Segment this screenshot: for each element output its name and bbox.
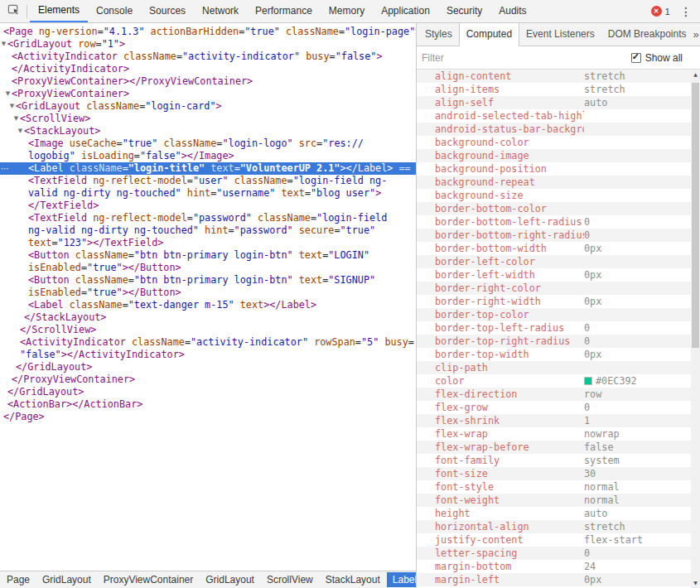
computed-row[interactable]: background-image bbox=[417, 149, 691, 162]
computed-row[interactable]: font-size30 bbox=[417, 467, 691, 480]
color-swatch[interactable] bbox=[584, 377, 592, 385]
tree-line[interactable]: <Label className="text-danger m-15" text… bbox=[0, 299, 416, 311]
error-count[interactable]: 1 bbox=[665, 7, 670, 17]
tree-line[interactable]: </StackLayout> bbox=[0, 311, 416, 324]
tab-computed[interactable]: Computed bbox=[459, 23, 519, 46]
tree-line[interactable]: </TextField> bbox=[0, 200, 416, 212]
tree-line[interactable]: isEnabled="true"></Button> bbox=[0, 287, 416, 299]
tab-network[interactable]: Network bbox=[194, 0, 247, 22]
computed-row[interactable]: clip-path bbox=[417, 361, 691, 374]
computed-row[interactable]: flex-wrapnowrap bbox=[417, 427, 691, 441]
computed-row[interactable]: font-stylenormal bbox=[417, 480, 691, 494]
computed-row[interactable]: android-status-bar-backgroun… bbox=[417, 123, 691, 136]
tree-line[interactable]: <TextField ng-reflect-model="password" c… bbox=[0, 212, 416, 224]
tree-line[interactable]: <Image useCache="true" className="login-… bbox=[0, 137, 416, 150]
computed-row[interactable]: border-bottom-left-radius0 bbox=[417, 215, 691, 229]
computed-row[interactable]: align-selfauto bbox=[417, 96, 691, 109]
tab-audits[interactable]: Audits bbox=[490, 0, 534, 22]
tab-event-listeners[interactable]: Event Listeners bbox=[519, 23, 601, 46]
tree-line[interactable]: ▼<ProxyViewContainer> bbox=[0, 88, 416, 100]
tree-line[interactable]: <ProxyViewContainer></ProxyViewContainer… bbox=[0, 75, 416, 88]
computed-row[interactable]: border-right-color bbox=[417, 282, 691, 295]
computed-row[interactable]: background-position bbox=[417, 162, 691, 176]
computed-row[interactable]: border-top-width0px bbox=[417, 348, 691, 361]
tree-line[interactable]: <Button className="btn btn-primary login… bbox=[0, 274, 416, 287]
tab-sources[interactable]: Sources bbox=[141, 0, 194, 22]
tree-line[interactable]: </ActivityIndicator> bbox=[0, 63, 416, 75]
more-tabs-icon[interactable]: » bbox=[693, 23, 700, 46]
computed-row[interactable]: border-right-width0px bbox=[417, 295, 691, 308]
computed-row[interactable]: border-top-left-radius0 bbox=[417, 321, 691, 335]
tree-line[interactable]: valid ng-dirty ng-touched" hint="usernam… bbox=[0, 187, 416, 200]
expand-arrow-icon[interactable]: ▼ bbox=[8, 100, 16, 113]
tree-line[interactable]: <ActionBar></ActionBar> bbox=[0, 398, 416, 411]
computed-row[interactable]: border-bottom-color bbox=[417, 202, 691, 215]
error-badge-icon[interactable]: ✕ bbox=[651, 6, 662, 17]
computed-row[interactable]: margin-bottom24 bbox=[417, 560, 691, 573]
tab-styles[interactable]: Styles bbox=[418, 23, 459, 46]
computed-row[interactable]: flex-grow0 bbox=[417, 401, 691, 414]
tree-line[interactable]: <Button className="btn btn-primary login… bbox=[0, 249, 416, 262]
computed-row[interactable]: color#0EC392 bbox=[417, 374, 691, 388]
computed-row[interactable]: justify-contentflex-start bbox=[417, 533, 691, 547]
tree-line[interactable]: ▼<StackLayout> bbox=[0, 125, 416, 137]
computed-row[interactable]: flex-directionrow bbox=[417, 388, 691, 401]
computed-row[interactable]: border-left-color bbox=[417, 255, 691, 268]
tree-line[interactable]: ng-valid ng-dirty ng-touched" hint="pass… bbox=[0, 224, 416, 237]
breadcrumb-page[interactable]: Page bbox=[1, 572, 36, 587]
computed-row[interactable]: font-familysystem bbox=[417, 454, 691, 467]
tree-line[interactable]: <Page ng-version="4.1.3" actionBarHidden… bbox=[0, 26, 416, 38]
computed-row[interactable]: background-repeat bbox=[417, 176, 691, 189]
tab-memory[interactable]: Memory bbox=[321, 0, 373, 22]
computed-row[interactable]: align-contentstretch bbox=[417, 70, 691, 83]
computed-row[interactable]: font-weightnormal bbox=[417, 494, 691, 507]
kebab-menu-icon[interactable]: ⋮ bbox=[680, 5, 692, 18]
computed-row[interactable]: android-selected-tab-highlig… bbox=[417, 109, 691, 123]
tree-line[interactable]: ▼<GridLayout row="1"> bbox=[0, 38, 416, 51]
tree-line[interactable]: </Page> bbox=[0, 411, 416, 423]
tree-line[interactable]: </GridLayout> bbox=[0, 361, 416, 374]
computed-row[interactable]: border-top-color bbox=[417, 308, 691, 321]
scroll-up-icon[interactable]: ▲ bbox=[691, 70, 700, 80]
tab-performance[interactable]: Performance bbox=[247, 0, 321, 22]
tab-dom-breakpoints[interactable]: DOM Breakpoints bbox=[601, 23, 693, 46]
tab-elements[interactable]: Elements bbox=[30, 0, 88, 22]
tree-line[interactable]: </GridLayout> bbox=[0, 386, 416, 398]
expand-arrow-icon[interactable]: ▼ bbox=[12, 113, 20, 125]
computed-row[interactable]: background-color bbox=[417, 136, 691, 149]
computed-row[interactable]: background-size bbox=[417, 189, 691, 202]
expand-arrow-icon[interactable]: ▼ bbox=[0, 38, 7, 51]
tree-line[interactable]: <TextField ng-reflect-model="user" class… bbox=[0, 175, 416, 187]
computed-row[interactable]: margin-left0px bbox=[417, 573, 691, 586]
tab-security[interactable]: Security bbox=[438, 0, 490, 22]
breadcrumb-gridlayout[interactable]: GridLayout bbox=[200, 572, 260, 587]
computed-row[interactable]: flex-wrap-beforefalse bbox=[417, 441, 691, 454]
tree-line[interactable]: text="123"></TextField> bbox=[0, 237, 416, 249]
computed-row[interactable]: border-top-right-radius0 bbox=[417, 335, 691, 348]
computed-row[interactable]: border-bottom-width0px bbox=[417, 242, 691, 255]
computed-row[interactable]: align-itemsstretch bbox=[417, 83, 691, 96]
tree-line[interactable]: <ActivityIndicator className="activity-i… bbox=[0, 51, 416, 63]
scrollbar-thumb[interactable] bbox=[692, 83, 699, 348]
computed-row[interactable]: heightauto bbox=[417, 507, 691, 520]
show-all-checkbox[interactable]: ✓ bbox=[631, 53, 641, 63]
computed-row[interactable]: horizontal-alignstretch bbox=[417, 520, 691, 533]
expand-arrow-icon[interactable]: ▼ bbox=[4, 88, 12, 100]
tree-line[interactable]: ▼<GridLayout className="login-card"> bbox=[0, 100, 416, 113]
tree-line[interactable]: </ProxyViewContainer> bbox=[0, 374, 416, 386]
inspect-element-button[interactable] bbox=[0, 0, 27, 22]
expand-arrow-icon[interactable]: ▼ bbox=[17, 125, 24, 137]
filter-input[interactable] bbox=[417, 52, 631, 64]
tab-console[interactable]: Console bbox=[88, 0, 141, 22]
scroll-down-icon[interactable]: ▼ bbox=[691, 578, 700, 588]
breadcrumb-proxyviewcontainer[interactable]: ProxyViewContainer bbox=[98, 572, 200, 587]
tree-line[interactable]: "false"></ActivityIndicator> bbox=[0, 349, 416, 361]
scrollbar[interactable]: ▲ ▼ bbox=[691, 70, 700, 588]
breadcrumb-label[interactable]: Label bbox=[387, 572, 416, 587]
tree-line[interactable]: logobig" isLoading="false"></Image> bbox=[0, 150, 416, 162]
tree-line[interactable]: </ScrollView> bbox=[0, 324, 416, 336]
tab-application[interactable]: Application bbox=[373, 0, 438, 22]
tree-line[interactable]: isEnabled="true"></Button> bbox=[0, 262, 416, 274]
breadcrumb-gridlayout[interactable]: GridLayout bbox=[36, 572, 97, 587]
tree-line-selected[interactable]: ⋯<Label className="login-title" text="Vo… bbox=[0, 162, 416, 175]
